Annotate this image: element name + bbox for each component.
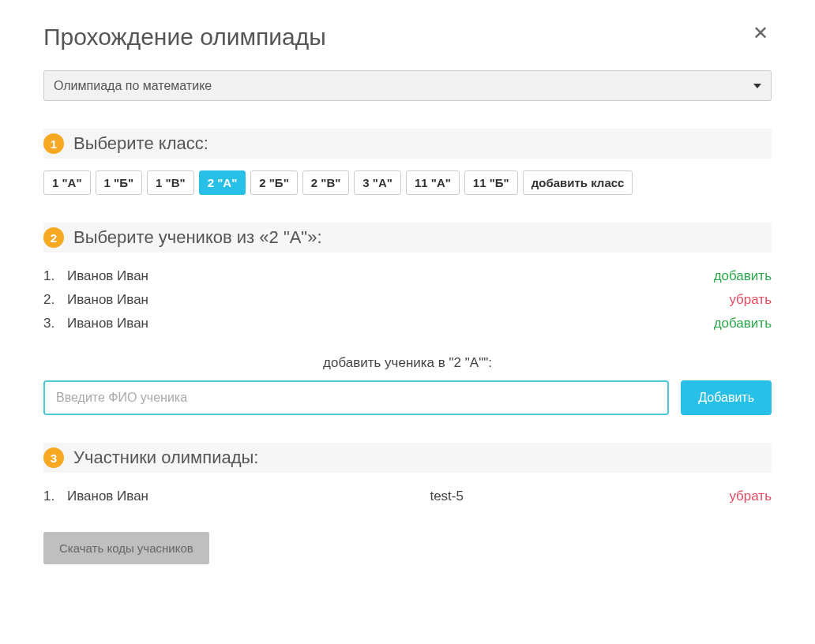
step2-badge: 2 [43,227,64,248]
student-row: 2.Иванов Иванубрать [43,288,772,312]
class-button[interactable]: 3 "А" [354,170,401,195]
student-number: 3. [43,316,67,331]
student-row: 3.Иванов Ивандобавить [43,312,772,335]
step1-title: Выберите класс: [73,133,208,154]
add-student-link[interactable]: добавить [714,268,772,284]
remove-student-link[interactable]: убрать [729,292,772,308]
download-codes-button[interactable]: Скачать коды учасников [43,532,209,564]
add-student-block: добавить ученика в "2 "А"": Добавить [43,355,772,415]
class-list: 1 "А"1 "Б"1 "В"2 "А"2 "Б"2 "В"3 "А"11 "А… [43,170,772,195]
class-button[interactable]: 2 "Б" [250,170,298,195]
student-number: 1. [43,268,67,284]
participant-row: 1.Иванов Иванtest-5убрать [43,485,772,508]
participant-name: Иванов Иван [67,489,148,504]
student-name-input[interactable] [43,380,669,415]
student-name: Иванов Иван [67,268,148,284]
add-student-link[interactable]: добавить [714,316,772,331]
student-name: Иванов Иван [67,292,148,308]
close-icon[interactable]: ✕ [749,24,772,43]
class-button[interactable]: 1 "В" [147,170,194,195]
class-button[interactable]: добавить класс [523,170,633,195]
class-button[interactable]: 11 "А" [406,170,460,195]
class-button[interactable]: 11 "Б" [464,170,518,195]
participants-list: 1.Иванов Иванtest-5убрать [43,485,772,508]
step3-title: Участники олимпиады: [73,447,258,468]
participant-code: test-5 [164,489,729,504]
add-student-label: добавить ученика в "2 "А"": [43,355,772,371]
page-title: Прохождение олимпиады [43,24,326,51]
step1-header: 1 Выберите класс: [43,129,772,159]
step1-badge: 1 [43,133,64,154]
step2-header: 2 Выберите учеников из «2 "А"»: [43,223,772,253]
step3-badge: 3 [43,447,64,468]
class-button[interactable]: 1 "А" [43,170,91,195]
step2-title: Выберите учеников из «2 "А"»: [73,227,322,248]
student-name: Иванов Иван [67,316,148,331]
participant-number: 1. [43,489,67,504]
student-number: 2. [43,292,67,308]
class-button[interactable]: 1 "Б" [96,170,143,195]
add-student-button[interactable]: Добавить [681,380,772,415]
remove-participant-link[interactable]: убрать [729,489,772,504]
olympiad-select[interactable]: Олимпиада по математике [43,70,772,101]
student-row: 1.Иванов Ивандобавить [43,264,772,288]
class-button[interactable]: 2 "В" [302,170,350,195]
student-list: 1.Иванов Ивандобавить2.Иванов Иванубрать… [43,264,772,335]
class-button[interactable]: 2 "А" [199,170,246,195]
step3-header: 3 Участники олимпиады: [43,443,772,473]
